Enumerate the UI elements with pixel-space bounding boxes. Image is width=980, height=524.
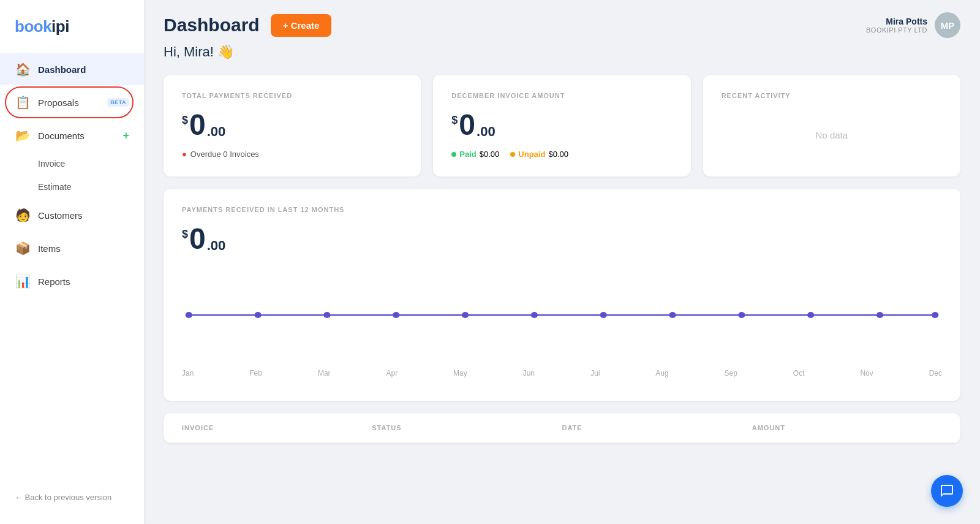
table-header: INVOICE STATUS DATE AMOUNT xyxy=(164,413,960,443)
total-payments-status: ● Overdue 0 Invoices xyxy=(182,150,402,159)
svg-point-10 xyxy=(876,312,883,318)
total-payments-label: TOTAL PAYMENTS RECEIVED xyxy=(182,92,402,99)
recent-activity-empty: No data xyxy=(722,110,942,159)
page-title: Dashboard xyxy=(164,15,260,36)
topbar-left: Dashboard + Create xyxy=(164,14,331,37)
total-payments-dollar: $ xyxy=(182,114,188,127)
dec-dollar: $ xyxy=(451,114,458,127)
unpaid-dot xyxy=(510,152,515,157)
chart-area: Jan Feb Mar Apr May Jun Jul Aug Sep Oct … xyxy=(182,266,942,389)
logo-text: bookipi xyxy=(15,17,69,36)
sidebar-item-estimate[interactable]: Estimate xyxy=(0,176,144,198)
paid-label: Paid xyxy=(459,150,476,159)
sidebar-item-customers[interactable]: 🧑 Customers xyxy=(0,199,144,231)
sidebar-item-label: Proposals xyxy=(38,97,100,108)
chart-amount-dec: .00 xyxy=(207,238,226,254)
month-aug: Aug xyxy=(655,369,668,378)
documents-icon: 📂 xyxy=(15,128,31,143)
col-amount: AMOUNT xyxy=(752,424,942,431)
chart-label: PAYMENTS RECEIVED IN LAST 12 MONTHS xyxy=(182,206,942,213)
month-jun: Jun xyxy=(523,369,535,378)
paid-amount: $0.00 xyxy=(480,150,500,159)
sidebar-item-documents[interactable]: 📂 Documents + xyxy=(0,120,144,151)
december-invoice-card: DECEMBER INVOICE AMOUNT $ 0 .00 Paid $0.… xyxy=(433,75,690,177)
sidebar-nav: 🏠 Dashboard 📋 Proposals BETA 📂 Documents… xyxy=(0,53,144,483)
dec-amount-dec: .00 xyxy=(477,124,496,140)
unpaid-status: Unpaid $0.00 xyxy=(510,150,568,159)
month-dec: Dec xyxy=(929,369,942,378)
month-mar: Mar xyxy=(318,369,331,378)
month-may: May xyxy=(453,369,467,378)
svg-point-0 xyxy=(186,312,192,318)
unpaid-amount: $0.00 xyxy=(548,150,568,159)
december-invoice-amount: $ 0 .00 xyxy=(451,110,672,140)
month-sep: Sep xyxy=(725,369,737,378)
svg-point-4 xyxy=(462,312,469,318)
sidebar-item-reports[interactable]: 📊 Reports xyxy=(0,265,144,297)
logo[interactable]: bookipi xyxy=(0,12,144,53)
invoice-label: Invoice xyxy=(38,159,65,169)
chat-icon xyxy=(940,484,954,498)
chat-bubble-button[interactable] xyxy=(931,475,963,507)
topbar-right: Mira Potts BOOKIPI PTY LTD MP xyxy=(866,12,960,38)
svg-point-3 xyxy=(393,312,399,318)
dashboard-icon: 🏠 xyxy=(15,62,31,77)
items-icon: 📦 xyxy=(15,241,31,256)
svg-point-8 xyxy=(738,312,745,318)
col-invoice: INVOICE xyxy=(182,424,372,431)
chart-svg xyxy=(182,266,942,364)
chart-month-labels: Jan Feb Mar Apr May Jun Jul Aug Sep Oct … xyxy=(182,364,942,378)
topbar: Dashboard + Create Mira Potts BOOKIPI PT… xyxy=(144,0,980,44)
month-apr: Apr xyxy=(386,369,398,378)
avatar[interactable]: MP xyxy=(935,12,960,38)
sidebar-item-items[interactable]: 📦 Items xyxy=(0,232,144,264)
svg-point-7 xyxy=(669,312,676,318)
month-jan: Jan xyxy=(182,369,194,378)
sidebar-item-dashboard[interactable]: 🏠 Dashboard xyxy=(0,53,144,85)
sidebar-item-label: Customers xyxy=(38,210,129,221)
overdue-dot: ● xyxy=(182,150,187,159)
svg-point-9 xyxy=(807,312,814,318)
sidebar-item-label: Dashboard xyxy=(38,64,129,75)
back-to-previous-version[interactable]: ← Back to previous version xyxy=(0,483,144,512)
sidebar-item-invoice[interactable]: Invoice xyxy=(0,153,144,175)
overdue-text: Overdue 0 Invoices xyxy=(190,150,259,159)
chart-amount-int: 0 xyxy=(189,224,206,254)
sidebar-item-label: Documents xyxy=(38,131,115,141)
sidebar: bookipi 🏠 Dashboard 📋 Proposals BETA 📂 D… xyxy=(0,0,144,524)
december-invoice-label: DECEMBER INVOICE AMOUNT xyxy=(451,92,672,99)
paid-status: Paid $0.00 xyxy=(451,150,499,159)
svg-point-5 xyxy=(531,312,538,318)
total-payments-dec: .00 xyxy=(207,124,226,140)
add-document-button[interactable]: + xyxy=(123,129,129,142)
total-payments-amount: $ 0 .00 xyxy=(182,110,402,140)
payments-chart-card: PAYMENTS RECEIVED IN LAST 12 MONTHS $ 0 … xyxy=(164,189,960,401)
chart-amount: $ 0 .00 xyxy=(182,224,942,254)
month-feb: Feb xyxy=(249,369,262,378)
col-status: STATUS xyxy=(372,424,562,431)
user-company: BOOKIPI PTY LTD xyxy=(866,26,927,34)
top-cards-row: TOTAL PAYMENTS RECEIVED $ 0 .00 ● Overdu… xyxy=(164,75,960,177)
invoice-table-card: INVOICE STATUS DATE AMOUNT xyxy=(164,413,960,443)
svg-point-2 xyxy=(323,312,330,318)
sidebar-item-proposals[interactable]: 📋 Proposals BETA xyxy=(0,86,144,118)
main-content: Dashboard + Create Mira Potts BOOKIPI PT… xyxy=(144,0,980,524)
svg-point-11 xyxy=(932,312,938,318)
month-oct: Oct xyxy=(793,369,805,378)
dec-amount-int: 0 xyxy=(459,110,475,140)
estimate-label: Estimate xyxy=(38,182,71,192)
month-nov: Nov xyxy=(860,369,873,378)
customers-icon: 🧑 xyxy=(15,208,31,222)
total-payments-int: 0 xyxy=(189,110,206,140)
december-invoice-status-row: Paid $0.00 Unpaid $0.00 xyxy=(451,150,672,159)
beta-badge: BETA xyxy=(107,98,129,107)
month-jul: Jul xyxy=(590,369,600,378)
total-payments-card: TOTAL PAYMENTS RECEIVED $ 0 .00 ● Overdu… xyxy=(164,75,421,177)
sidebar-item-label: Reports xyxy=(38,276,129,287)
svg-point-1 xyxy=(254,312,261,318)
dashboard-content: Hi, Mira! 👋 TOTAL PAYMENTS RECEIVED $ 0 … xyxy=(144,44,980,463)
col-date: DATE xyxy=(562,424,752,431)
reports-icon: 📊 xyxy=(15,274,31,289)
sidebar-item-label: Items xyxy=(38,243,129,254)
create-button[interactable]: + Create xyxy=(271,14,332,37)
